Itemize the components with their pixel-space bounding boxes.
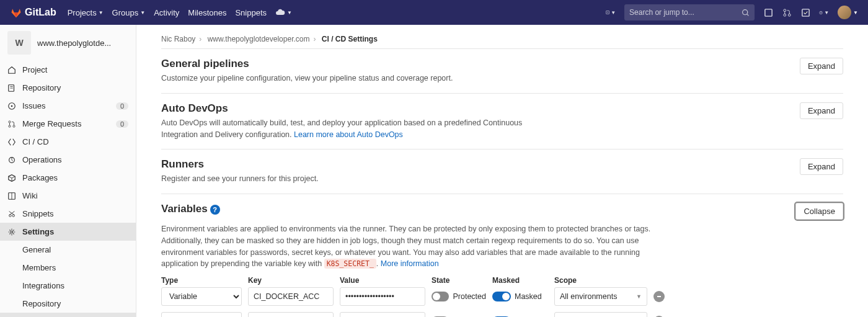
state-label: Protected — [453, 292, 486, 301]
sidebar-sub-repository[interactable]: Repository — [0, 295, 136, 313]
section-auto-devops: Auto DevOps Auto DevOps will automatical… — [161, 94, 843, 150]
col-header-value: Value — [340, 276, 425, 285]
key-input[interactable] — [248, 287, 334, 306]
ops-icon — [7, 156, 16, 164]
type-select[interactable]: Variable — [161, 312, 242, 317]
sidebar-item-project[interactable]: Project — [0, 61, 136, 79]
search-input[interactable] — [629, 8, 742, 17]
todo-icon[interactable] — [800, 7, 810, 17]
breadcrumbs: Nic Raboy› www.thepolyglotdeveloper.com›… — [161, 32, 843, 48]
gitlab-icon — [10, 6, 22, 19]
merge-request-icon[interactable] — [782, 7, 792, 17]
avatar — [838, 6, 851, 19]
sidebar-sub-members[interactable]: Members — [0, 259, 136, 277]
sidebar-item-packages[interactable]: Packages — [0, 169, 136, 187]
sidebar-item-label: Operations — [22, 155, 128, 164]
chevron-down-icon: ▼ — [636, 293, 642, 300]
sidebar-item-issues[interactable]: Issues0 — [0, 97, 136, 115]
sidebar-item-wiki[interactable]: Wiki — [0, 187, 136, 205]
top-nav: Projects▼ Groups▼ Activity Milestones Sn… — [68, 7, 292, 17]
section-general-pipelines: General pipelines Customize your pipelin… — [161, 49, 843, 94]
minus-icon — [656, 293, 662, 300]
main-content: Nic Raboy› www.thepolyglotdeveloper.com›… — [136, 25, 868, 317]
plus-icon[interactable]: ▼ — [606, 7, 616, 17]
svg-text:?: ? — [820, 11, 822, 14]
key-input[interactable] — [248, 312, 334, 317]
section-title: Variables? — [161, 203, 795, 215]
section-title: Auto DevOps — [161, 102, 558, 115]
chevron-down-icon: ▼ — [824, 10, 829, 16]
masked-toggle[interactable] — [492, 292, 511, 301]
section-title: General pipelines — [161, 58, 453, 70]
sidebar-item-label: Project — [22, 65, 128, 74]
crumb[interactable]: www.thepolyglotdeveloper.com — [208, 35, 310, 43]
svg-point-4 — [783, 14, 786, 16]
expand-button[interactable]: Expand — [800, 58, 843, 74]
sidebar-sub-ci-cd[interactable]: CI / CD — [0, 313, 136, 317]
value-input[interactable] — [340, 287, 425, 306]
home-icon — [7, 66, 16, 74]
sidebar-item-repository[interactable]: Repository — [0, 79, 136, 97]
col-header-masked: Masked — [492, 276, 548, 285]
gitlab-logo[interactable]: GitLab — [10, 6, 56, 19]
settings-icon — [7, 228, 16, 236]
section-desc: Customize your pipeline configuration, v… — [161, 73, 453, 84]
sidebar-item-label: CI / CD — [22, 137, 128, 146]
user-menu[interactable]: ▼ — [838, 6, 858, 19]
chevron-down-icon: ▼ — [99, 10, 104, 16]
chevron-down-icon: ▼ — [611, 10, 616, 16]
sidebar-item-ci-cd[interactable]: CI / CD — [0, 133, 136, 151]
nav-activity[interactable]: Activity — [154, 7, 179, 17]
nav-projects[interactable]: Projects▼ — [68, 7, 104, 17]
nav-web-ide[interactable]: ▼ — [275, 7, 292, 17]
sidebar-item-settings[interactable]: Settings — [0, 223, 136, 241]
section-desc: Environment variables are applied to env… — [161, 223, 670, 270]
snip-icon — [7, 210, 16, 218]
remove-button[interactable] — [653, 291, 665, 302]
project-name: www.thepolyglotde... — [37, 38, 111, 48]
svg-point-1 — [743, 9, 748, 14]
scope-select[interactable]: All environments▼ — [554, 312, 647, 317]
search-box[interactable] — [624, 4, 755, 20]
nav-snippets[interactable]: Snippets — [235, 7, 267, 17]
sidebar-item-snippets[interactable]: Snippets — [0, 205, 136, 223]
learn-more-link[interactable]: Learn more about Auto DevOps — [294, 130, 403, 139]
chevron-down-icon: ▼ — [853, 10, 858, 16]
help-icon[interactable]: ?▼ — [819, 7, 829, 17]
sidebar-sub-general[interactable]: General — [0, 241, 136, 259]
table-row: VariableProtectedMaskedAll environments▼ — [161, 312, 843, 317]
section-desc: Register and see your runners for this p… — [161, 173, 319, 185]
pkg-icon — [7, 174, 16, 182]
repo-icon — [7, 84, 16, 92]
value-input[interactable] — [340, 312, 425, 317]
collapse-button[interactable]: Collapse — [795, 203, 843, 220]
issues-icon — [7, 102, 16, 110]
col-header-key: Key — [248, 276, 334, 285]
svg-point-14 — [13, 125, 15, 127]
help-icon[interactable]: ? — [210, 205, 220, 215]
expand-button[interactable]: Expand — [800, 102, 843, 119]
badge: 0 — [116, 120, 128, 128]
issues-icon[interactable] — [763, 7, 773, 17]
svg-point-19 — [11, 231, 13, 233]
protected-toggle[interactable] — [432, 292, 449, 301]
sidebar-item-merge-requests[interactable]: Merge Requests0 — [0, 115, 136, 133]
scope-select[interactable]: All environments▼ — [554, 287, 647, 306]
svg-point-11 — [11, 105, 13, 107]
expand-button[interactable]: Expand — [800, 158, 843, 175]
sidebar-item-operations[interactable]: Operations — [0, 151, 136, 169]
table-header: Type Key Value State Masked Scope — [161, 276, 843, 287]
type-select[interactable]: Variable — [161, 287, 242, 306]
table-row: VariableProtectedMaskedAll environments▼ — [161, 287, 843, 306]
svg-point-13 — [9, 125, 11, 127]
nav-milestones[interactable]: Milestones — [188, 7, 226, 17]
sidebar-sub-integrations[interactable]: Integrations — [0, 277, 136, 295]
crumb[interactable]: Nic Raboy — [161, 35, 195, 43]
chevron-down-icon: ▼ — [287, 10, 292, 16]
project-avatar: W — [7, 31, 31, 55]
more-info-link[interactable]: More information — [381, 259, 439, 268]
svg-point-5 — [788, 14, 790, 16]
nav-groups[interactable]: Groups▼ — [112, 7, 146, 17]
search-icon — [742, 9, 750, 17]
project-header[interactable]: W www.thepolyglotde... — [0, 25, 136, 61]
